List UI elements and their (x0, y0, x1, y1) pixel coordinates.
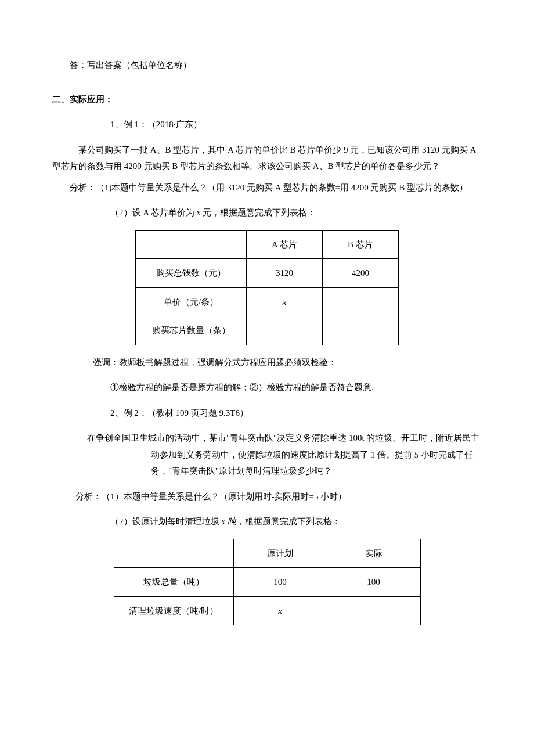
table-row: 购买芯片数量（条） (136, 316, 399, 345)
row-label: 购买总钱数（元） (136, 259, 247, 288)
example-1-label: 1、例 1：（2018·广东） (110, 116, 482, 133)
cell: x (247, 287, 323, 316)
cell (327, 596, 420, 625)
row-label: 购买芯片数量（条） (136, 316, 247, 345)
example-2-body: 在争创全国卫生城市的活动中，某市"青年突击队"决定义务清除重达 100t 的垃圾… (151, 430, 482, 480)
unit-ton: 吨 (225, 517, 236, 526)
variable-x: x (278, 606, 282, 615)
row-label: 垃圾总量（吨） (114, 568, 233, 597)
row-label: 单价（元/条） (136, 287, 247, 316)
cell: 100 (327, 568, 420, 597)
cell (247, 316, 323, 345)
analysis-2-post: ，根据题意完成下列表格： (236, 517, 341, 526)
cell: 4200 (323, 259, 399, 288)
cell (323, 287, 399, 316)
example-1-analysis-2: （2）设 A 芯片单价为 x 元，根据题意完成下列表格： (110, 204, 482, 221)
analysis-2-pre: （2）设原计划每时清理垃圾 (110, 517, 221, 526)
stress-line: 强调：教师板书解题过程，强调解分式方程应用题必须双检验： (93, 354, 482, 371)
table-header-b: B 芯片 (323, 230, 399, 259)
table-header-a: A 芯片 (247, 230, 323, 259)
table-1-wrap: A 芯片 B 芯片 购买总钱数（元） 3120 4200 单价（元/条） x 购… (52, 230, 482, 345)
table-row: 单价（元/条） x (136, 287, 399, 316)
table-row: 原计划 实际 (114, 539, 420, 568)
row-label: 清理垃圾速度（吨/时） (114, 596, 233, 625)
table-row: 购买总钱数（元） 3120 4200 (136, 259, 399, 288)
stress-sub: ①检验方程的解是否是原方程的解；②）检验方程的解是否符合题意. (110, 379, 482, 396)
table-header-a: 原计划 (233, 539, 327, 568)
table-row: 清理垃圾速度（吨/时） x (114, 596, 420, 625)
cell: 3120 (247, 259, 323, 288)
table-cell-blank (136, 230, 247, 259)
example-2-analysis-1: 分析：（1）本题中等量关系是什么？（原计划用时-实际用时=5 小时） (75, 488, 482, 505)
cell: x (233, 596, 327, 625)
variable-x: x (221, 517, 225, 526)
table-1: A 芯片 B 芯片 购买总钱数（元） 3120 4200 单价（元/条） x 购… (135, 230, 399, 345)
cell: 100 (233, 568, 327, 597)
analysis-2-post: 元，根据题意完成下列表格： (200, 208, 316, 217)
table-cell-blank (114, 539, 233, 568)
variable-x: x (283, 297, 287, 307)
example-1-analysis-1: 分析：（1)本题中等量关系是什么？（用 3120 元购买 A 型芯片的条数=用 … (52, 179, 482, 196)
table-header-b: 实际 (327, 539, 420, 568)
example-2-label: 2、例 2：（教材 109 页习题 9.3T6） (110, 405, 482, 422)
table-row: A 芯片 B 芯片 (136, 230, 399, 259)
example-1-body: 某公司购买了一批 A、B 型芯片，其中 A 芯片的单价比 B 芯片单价少 9 元… (52, 142, 482, 175)
table-row: 垃圾总量（吨） 100 100 (114, 568, 420, 597)
table-2: 原计划 实际 垃圾总量（吨） 100 100 清理垃圾速度（吨/时） x (114, 539, 421, 626)
cell (323, 316, 399, 345)
answer-line: 答：写出答案（包括单位名称） (52, 57, 482, 74)
section-2-title: 二、实际应用： (52, 91, 482, 108)
table-2-wrap: 原计划 实际 垃圾总量（吨） 100 100 清理垃圾速度（吨/时） x (52, 539, 482, 626)
example-2-analysis-2: （2）设原计划每时清理垃圾 x 吨，根据题意完成下列表格： (110, 513, 482, 530)
analysis-2-pre: （2）设 A 芯片单价为 (110, 208, 197, 217)
